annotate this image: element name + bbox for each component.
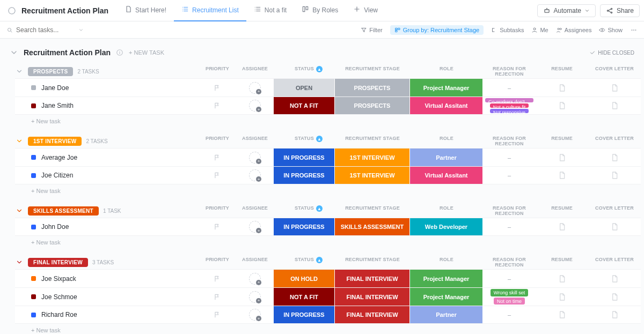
cover-letter-cell[interactable] [588, 270, 641, 287]
task-name-cell[interactable]: Joe Sixpack [15, 270, 199, 287]
assignee-cell[interactable] [236, 149, 274, 166]
col-cover[interactable]: COVER LETTER [588, 136, 641, 146]
status-cell[interactable]: NOT A FIT [274, 97, 335, 114]
assignee-cell[interactable] [236, 167, 274, 184]
col-resume[interactable]: RESUME [536, 66, 588, 77]
stage-cell[interactable]: 1ST INTERVIEW [335, 149, 410, 166]
col-role[interactable]: ROLE [410, 136, 483, 146]
assignee-placeholder-icon[interactable] [249, 169, 261, 181]
priority-cell[interactable] [199, 306, 236, 323]
status-square-icon[interactable] [31, 313, 36, 317]
group-name-pill[interactable]: PROSPECTS [28, 67, 73, 76]
reason-cell[interactable]: – [483, 167, 536, 184]
col-priority[interactable]: PRIORITY [199, 205, 236, 216]
new-task-header-button[interactable]: + NEW TASK [129, 49, 164, 56]
status-square-icon[interactable] [31, 103, 36, 108]
status-square-icon[interactable] [31, 155, 36, 160]
tab-start-here-[interactable]: Start Here! [117, 0, 174, 21]
cover-letter-cell[interactable] [588, 97, 641, 114]
task-name-cell[interactable]: Jane Smith [15, 97, 199, 114]
role-cell[interactable]: Web Developer [410, 218, 483, 235]
col-reason[interactable]: REASON FOR REJECTION [483, 257, 536, 268]
stage-cell[interactable]: 1ST INTERVIEW [335, 167, 410, 184]
status-cell[interactable]: IN PROGRESS [274, 218, 335, 235]
col-stage[interactable]: RECRUITMENT STAGE [335, 257, 410, 268]
col-resume[interactable]: RESUME [536, 205, 588, 216]
search-box[interactable] [6, 26, 92, 34]
reason-cell[interactable]: – [483, 149, 536, 166]
col-stage[interactable]: RECRUITMENT STAGE [335, 205, 410, 216]
col-role[interactable]: ROLE [410, 257, 483, 268]
task-name-cell[interactable]: Average Joe [15, 149, 199, 166]
col-cover[interactable]: COVER LETTER [588, 257, 641, 268]
col-stage[interactable]: RECRUITMENT STAGE [335, 136, 410, 146]
doc-type-icon[interactable] [4, 3, 19, 18]
resume-cell[interactable] [536, 218, 588, 235]
stage-cell[interactable]: FINAL INTERVIEW [335, 270, 410, 287]
role-cell[interactable]: Project Manager [410, 288, 483, 306]
task-name-cell[interactable]: Richard Roe [15, 306, 199, 323]
resume-cell[interactable] [536, 270, 588, 287]
doc-title[interactable]: Recruitment Action Plan [21, 6, 108, 15]
subtasks-button[interactable]: Subtasks [491, 27, 524, 33]
role-cell[interactable]: Virtual Assitant [410, 97, 483, 114]
assignee-cell[interactable] [236, 97, 274, 114]
stage-cell[interactable]: FINAL INTERVIEW [335, 306, 410, 323]
list-title[interactable]: Recruitment Action Plan [24, 48, 111, 57]
tab-by-roles[interactable]: By Roles [294, 0, 346, 21]
col-reason[interactable]: REASON FOR REJECTION [483, 66, 536, 77]
sort-icon[interactable]: ▲ [316, 136, 323, 142]
task-row[interactable]: Richard RoeIN PROGRESSFINAL INTERVIEWPar… [15, 306, 641, 324]
stage-cell[interactable]: PROSPECTS [335, 97, 410, 114]
assignee-placeholder-icon[interactable] [249, 152, 261, 164]
reason-cell[interactable]: Co-workers don't appro...Not a culture f… [483, 97, 536, 114]
task-name-cell[interactable]: Jane Doe [15, 79, 199, 97]
col-status[interactable]: STATUS▲ [274, 205, 335, 216]
new-task-button[interactable]: + New task [15, 115, 641, 124]
group-collapse-button[interactable] [15, 137, 24, 145]
priority-cell[interactable] [199, 270, 236, 287]
status-cell[interactable]: OPEN [274, 79, 335, 97]
assignees-button[interactable]: Assignees [556, 27, 592, 33]
cover-letter-cell[interactable] [588, 218, 641, 235]
stage-cell[interactable]: PROSPECTS [335, 79, 410, 97]
col-cover[interactable]: COVER LETTER [588, 66, 641, 77]
show-button[interactable]: Show [599, 27, 623, 33]
sort-icon[interactable]: ▲ [316, 257, 323, 263]
reason-cell[interactable]: – [483, 218, 536, 235]
assignee-placeholder-icon[interactable] [249, 273, 261, 285]
role-cell[interactable]: Virtual Assitant [410, 167, 483, 184]
tab-recruitment-list[interactable]: Recruitment List [174, 0, 246, 21]
new-task-button[interactable]: + New task [15, 236, 641, 246]
group-collapse-button[interactable] [15, 67, 24, 76]
col-stage[interactable]: RECRUITMENT STAGE [335, 66, 410, 77]
group-collapse-button[interactable] [15, 206, 24, 215]
col-priority[interactable]: PRIORITY [199, 257, 236, 268]
stage-cell[interactable]: FINAL INTERVIEW [335, 288, 410, 306]
col-role[interactable]: ROLE [410, 205, 483, 216]
col-reason[interactable]: REASON FOR REJECTION [483, 205, 536, 216]
status-cell[interactable]: IN PROGRESS [274, 167, 335, 184]
role-cell[interactable]: Partner [410, 306, 483, 323]
role-cell[interactable]: Project Manager [410, 270, 483, 287]
assignee-placeholder-icon[interactable] [249, 100, 261, 112]
cover-letter-cell[interactable] [588, 149, 641, 166]
col-assignee[interactable]: ASSIGNEE [236, 136, 274, 146]
rejection-tag[interactable]: Not responsive [490, 109, 529, 113]
task-row[interactable]: Joe SchmoeNOT A FITFINAL INTERVIEWProjec… [15, 287, 641, 306]
priority-cell[interactable] [199, 288, 236, 306]
task-row[interactable]: Joe CitizenIN PROGRESS1ST INTERVIEWVirtu… [15, 166, 641, 184]
reason-cell[interactable]: – [483, 270, 536, 287]
group-collapse-button[interactable] [15, 258, 24, 266]
task-name-cell[interactable]: Joe Schmoe [15, 288, 199, 306]
cover-letter-cell[interactable] [588, 79, 641, 97]
share-button[interactable]: Share [600, 4, 640, 17]
col-priority[interactable]: PRIORITY [199, 66, 236, 77]
group-name-pill[interactable]: 1ST INTERVIEW [28, 137, 82, 146]
task-name-cell[interactable]: John Doe [15, 218, 199, 235]
status-cell[interactable]: IN PROGRESS [274, 149, 335, 166]
col-status[interactable]: STATUS▲ [274, 136, 335, 146]
col-cover[interactable]: COVER LETTER [588, 205, 641, 216]
status-square-icon[interactable] [31, 276, 36, 281]
priority-cell[interactable] [199, 167, 236, 184]
